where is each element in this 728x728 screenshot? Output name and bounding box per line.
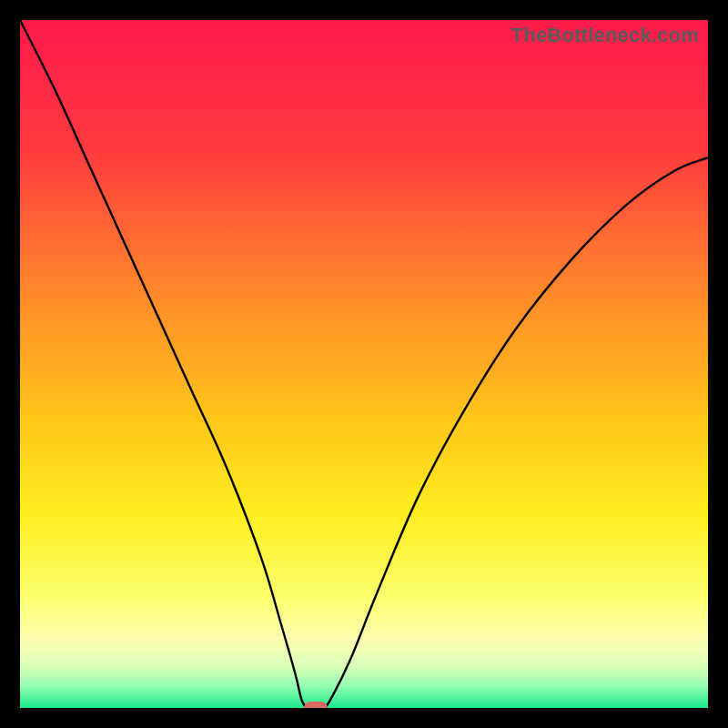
optimal-marker [304,702,328,708]
watermark-text: TheBottleneck.com [511,24,699,47]
bottleneck-curve [20,20,708,708]
plot-area: TheBottleneck.com [20,20,708,708]
chart-frame: TheBottleneck.com [0,0,728,728]
